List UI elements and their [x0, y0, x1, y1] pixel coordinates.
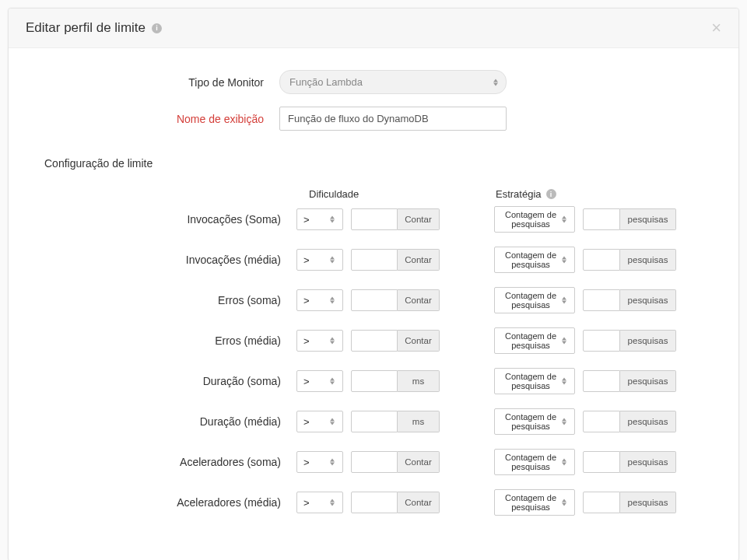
chevron-updown-icon [330, 338, 335, 345]
close-icon[interactable]: × [711, 19, 721, 37]
strategy-select[interactable]: Contagem de pesquisas [494, 489, 575, 516]
operator-value: > [303, 295, 310, 306]
chevron-updown-icon [330, 297, 335, 304]
strategy-value: Contagem de pesquisas [501, 331, 560, 350]
severity-value-input[interactable] [351, 451, 398, 473]
severity-value-input[interactable] [351, 208, 398, 230]
severity-value-input[interactable] [351, 289, 398, 311]
operator-value: > [303, 416, 310, 428]
modal-body: Tipo de Monitor Função Lambda Nome de ex… [9, 48, 738, 560]
polls-group: pesquisas [583, 451, 676, 473]
monitor-type-label: Tipo de Monitor [40, 76, 279, 89]
operator-value: > [303, 214, 310, 226]
metric-row-throttles-avg: Aceleradores (média)>ContarContagem de p… [40, 489, 707, 516]
operator-select[interactable]: > [296, 451, 343, 473]
polls-group: pesquisas [583, 289, 676, 311]
strategy-value: Contagem de pesquisas [501, 412, 560, 431]
operator-select[interactable]: > [296, 411, 343, 432]
polls-value-input[interactable] [583, 249, 620, 271]
display-name-label: Nome de exibição [40, 113, 279, 125]
metric-label: Duração (soma) [40, 375, 296, 387]
severity-unit: Contar [398, 451, 440, 473]
severity-unit: Contar [398, 289, 440, 311]
operator-value: > [303, 497, 310, 509]
polls-value-input[interactable] [583, 451, 620, 473]
metric-label: Duração (média) [40, 415, 296, 428]
operator-value: > [303, 335, 310, 347]
info-icon[interactable]: i [152, 23, 162, 33]
polls-value-input[interactable] [583, 370, 620, 392]
metric-label: Invocações (Soma) [40, 213, 296, 226]
operator-select[interactable]: > [296, 492, 343, 513]
metric-row-duration-sum: Duração (soma)>msContagem de pesquisaspe… [40, 368, 707, 394]
strategy-select[interactable]: Contagem de pesquisas [494, 368, 575, 394]
strategy-select[interactable]: Contagem de pesquisas [494, 206, 575, 233]
strategy-select[interactable]: Contagem de pesquisas [494, 247, 575, 273]
monitor-type-value: Função Lambda [289, 76, 363, 88]
severity-value-group: Contar [351, 492, 440, 513]
metric-label: Erros (soma) [40, 294, 296, 306]
operator-select[interactable]: > [296, 330, 343, 352]
strategy-value: Contagem de pesquisas [501, 210, 560, 229]
severity-value-input[interactable] [351, 492, 398, 513]
strategy-select[interactable]: Contagem de pesquisas [494, 287, 575, 313]
strategy-select[interactable]: Contagem de pesquisas [494, 408, 575, 435]
edit-threshold-modal: Editar perfil de limite i × Tipo de Moni… [8, 8, 739, 560]
operator-value: > [303, 457, 310, 468]
threshold-config-title: Configuração de limite [44, 157, 707, 170]
severity-value-input[interactable] [351, 411, 398, 432]
operator-select[interactable]: > [296, 289, 343, 311]
severity-value-input[interactable] [351, 370, 398, 392]
chevron-updown-icon [562, 499, 566, 506]
chevron-updown-icon [330, 499, 335, 506]
chevron-updown-icon [493, 79, 498, 86]
strategy-value: Contagem de pesquisas [501, 250, 560, 269]
metric-row-duration-avg: Duração (média)>msContagem de pesquisasp… [40, 408, 707, 435]
severity-value-input[interactable] [351, 330, 398, 352]
severity-value-group: ms [351, 411, 440, 432]
polls-group: pesquisas [583, 492, 676, 513]
modal-header: Editar perfil de limite i × [9, 9, 738, 48]
polls-group: pesquisas [583, 330, 676, 352]
chevron-updown-icon [562, 378, 566, 385]
polls-unit: pesquisas [620, 289, 676, 311]
metric-row-invocations-avg: Invocações (média)>ContarContagem de pes… [40, 247, 707, 273]
severity-value-group: Contar [351, 451, 440, 473]
metric-row-errors-sum: Erros (soma)>ContarContagem de pesquisas… [40, 287, 707, 313]
chevron-updown-icon [562, 297, 566, 304]
polls-value-input[interactable] [583, 208, 620, 230]
info-icon[interactable]: i [546, 189, 556, 199]
polls-group: pesquisas [583, 411, 676, 432]
strategy-select[interactable]: Contagem de pesquisas [494, 327, 575, 354]
display-name-row: Nome de exibição [40, 107, 707, 131]
chevron-updown-icon [562, 459, 566, 466]
strategy-value: Contagem de pesquisas [501, 291, 560, 310]
severity-unit: ms [398, 370, 440, 392]
operator-select[interactable]: > [296, 249, 343, 271]
severity-unit: Contar [398, 492, 440, 513]
modal-title-text: Editar perfil de limite [26, 20, 146, 36]
severity-value-group: Contar [351, 289, 440, 311]
strategy-select[interactable]: Contagem de pesquisas [494, 449, 575, 475]
operator-select[interactable]: > [296, 208, 343, 230]
polls-unit: pesquisas [620, 411, 676, 432]
operator-select[interactable]: > [296, 370, 343, 392]
operator-value: > [303, 254, 310, 266]
chevron-updown-icon [330, 378, 335, 385]
severity-value-group: Contar [351, 208, 440, 230]
severity-value-group: ms [351, 370, 440, 392]
polls-value-input[interactable] [583, 492, 620, 513]
display-name-input[interactable] [279, 107, 507, 131]
severity-value-group: Contar [351, 249, 440, 271]
severity-value-input[interactable] [351, 249, 398, 271]
polls-unit: pesquisas [620, 492, 676, 513]
polls-value-input[interactable] [583, 411, 620, 432]
chevron-updown-icon [562, 257, 566, 264]
chevron-updown-icon [330, 216, 335, 223]
polls-value-input[interactable] [583, 330, 620, 352]
metric-label: Invocações (média) [40, 254, 296, 266]
polls-value-input[interactable] [583, 289, 620, 311]
severity-header-text: Dificuldade [309, 188, 359, 200]
polls-group: pesquisas [583, 208, 676, 230]
strategy-value: Contagem de pesquisas [501, 453, 560, 471]
